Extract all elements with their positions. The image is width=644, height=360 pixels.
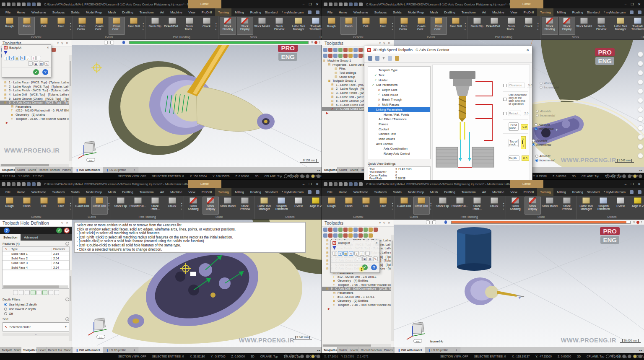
dialog-tree-item[interactable]: Axis Combination: [368, 146, 430, 151]
help-icon[interactable]: [316, 190, 319, 194]
depth-value[interactable]: 0.0: [522, 155, 529, 161]
feed-plane-button[interactable]: Feed plane...: [509, 122, 519, 131]
status-segment[interactable]: X: 33.81180: [190, 355, 205, 358]
panel-tab[interactable]: Levels: [348, 167, 359, 173]
menu-tab[interactable]: Machine: [167, 8, 185, 16]
tool-toggle-icon[interactable]: [343, 251, 348, 256]
group-spinner[interactable]: ▴▾▸: [538, 17, 539, 35]
feature-row[interactable]: Solid Face 22.54: [3, 256, 69, 261]
panel-tab[interactable]: Recent Functions: [37, 167, 60, 173]
ghost-icon[interactable]: [374, 228, 378, 232]
wireframe-icon[interactable]: [638, 98, 643, 103]
ribbon-button[interactable]: Chuck: [198, 17, 215, 35]
ribbon-button[interactable]: Stock Flip: [112, 197, 129, 215]
regen-icon[interactable]: [333, 228, 338, 232]
gnomon-icon[interactable]: [295, 174, 299, 178]
menu-tab[interactable]: Surfaces: [49, 8, 68, 16]
new-file-icon[interactable]: [324, 3, 327, 6]
new-file-icon[interactable]: [2, 3, 5, 6]
ribbon-button[interactable]: Pickoff/Pull...: [452, 197, 468, 215]
minimize-button[interactable]: –: [303, 182, 304, 186]
grid-icon[interactable]: [284, 355, 288, 358]
panel-scrollbar-vertical[interactable]: [69, 270, 72, 341]
playbar-settings-icon[interactable]: ⚲: [311, 41, 313, 44]
lighting-icon[interactable]: [639, 355, 642, 358]
filter-icon[interactable]: [368, 56, 372, 61]
move-up-icon[interactable]: [338, 54, 343, 58]
status-segment[interactable]: 3D: [572, 175, 576, 178]
group-spinner[interactable]: ▴▾▸: [465, 17, 466, 35]
clearance-checkbox[interactable]: [503, 84, 506, 87]
menu-tab[interactable]: Routing: [569, 188, 586, 196]
status-segment[interactable]: 3D: [251, 355, 254, 358]
tab-scroll-arrows[interactable]: ◂ ▸: [315, 347, 322, 353]
menu-tab[interactable]: Transform: [459, 8, 479, 16]
gnomon-icon[interactable]: [295, 355, 299, 358]
menu-tab[interactable]: Turning: [215, 8, 231, 16]
menu-tab[interactable]: Wireframe: [29, 8, 49, 16]
menu-tab[interactable]: Home: [336, 188, 350, 196]
status-segment[interactable]: Z: 0.00000: [235, 175, 249, 178]
panel-header-icons[interactable]: ⚲ ✕: [61, 221, 69, 225]
menu-tab[interactable]: Home: [14, 188, 28, 196]
verify-icon[interactable]: [343, 228, 348, 232]
playbar-toggle2-icon[interactable]: [110, 41, 114, 44]
menu-tab[interactable]: Milling: [554, 8, 569, 16]
ribbon-button[interactable]: Chuck: [486, 197, 502, 215]
options-icon[interactable]: [362, 256, 367, 261]
group-spinner[interactable]: ▴▾▸: [70, 197, 71, 215]
depth-filter-option[interactable]: Off: [0, 311, 72, 316]
ribbon-button[interactable]: Stock Shading: [542, 17, 558, 35]
group-spinner[interactable]: ▴▾▸: [503, 197, 504, 215]
menu-tab[interactable]: Solids: [68, 188, 82, 196]
ribbon-button[interactable]: Face Drill: [448, 17, 464, 35]
depth-button[interactable]: Depth...: [509, 155, 519, 161]
wireframe-icon[interactable]: [306, 174, 309, 178]
panel-header-icons[interactable]: ▾ ⚲ ✕: [379, 41, 391, 45]
playbar-help-icon[interactable]: ?: [641, 221, 642, 224]
menu-tab[interactable]: Machine: [489, 8, 507, 16]
column-header-type[interactable]: Type: [10, 248, 52, 251]
tree-item[interactable]: ▤Parameters: [322, 291, 394, 295]
flag-icon[interactable]: [349, 182, 353, 186]
clearance-value[interactable]: 5.0: [527, 83, 534, 88]
open-folder-icon[interactable]: [12, 182, 16, 186]
ribbon-button[interactable]: Rough: [323, 197, 340, 215]
dialog-tree-item[interactable]: Canned Text: [368, 132, 430, 137]
menu-tab[interactable]: Transform: [137, 8, 157, 16]
view-tab[interactable]: +: [129, 167, 138, 173]
sort-order-dropdown[interactable]: ↖ Selected Order ▼: [3, 322, 69, 332]
ribbon-button[interactable]: Stock Model: [220, 197, 236, 215]
save-geometry-icon[interactable]: [44, 61, 49, 66]
flag-icon[interactable]: [349, 3, 353, 6]
sound-icon[interactable]: [360, 251, 364, 256]
playbar-toggle1-icon[interactable]: [104, 41, 108, 44]
params-icon[interactable]: [358, 233, 363, 238]
panel-mode-tab[interactable]: Selection: [0, 234, 21, 241]
regen-icon[interactable]: [333, 48, 338, 52]
status-segment[interactable]: CPLANE: Top: [587, 355, 604, 358]
lock-icon[interactable]: [339, 182, 343, 186]
redo-icon[interactable]: [37, 3, 41, 6]
lighting-icon[interactable]: [639, 174, 642, 178]
select-cursor-icon[interactable]: [19, 290, 24, 295]
tree-item[interactable]: ▤Parameters: [0, 105, 72, 109]
insert-arrow-icon[interactable]: [348, 233, 353, 238]
machine-sim-icon[interactable]: [353, 228, 358, 232]
menu-tab[interactable]: Mesh: [427, 8, 441, 16]
maximize-button[interactable]: ❒: [309, 182, 312, 186]
menu-tab[interactable]: File: [325, 188, 335, 196]
panel-tab[interactable]: Recent Functions: [359, 347, 382, 353]
account-icon[interactable]: [308, 10, 312, 14]
grid-icon[interactable]: [284, 174, 288, 178]
menu-tab[interactable]: Model Prep: [83, 8, 105, 16]
my-mastercam-link[interactable]: * myMastercam: [604, 190, 626, 194]
group-spinner[interactable]: ▴▾▸: [70, 17, 71, 35]
tree-item[interactable]: ◆Geometry - (2) Entities: [322, 299, 394, 303]
menu-tab[interactable]: Art: [157, 188, 167, 196]
move-up-icon[interactable]: [48, 290, 53, 295]
ribbon-button[interactable]: Cross Cont...: [431, 17, 447, 35]
grid-icon[interactable]: [606, 174, 610, 178]
help-icon[interactable]: [316, 10, 319, 14]
tree-item[interactable]: ⊞4 - Lathe Drill - [WCS: Top] - [Tplane:…: [0, 93, 72, 97]
